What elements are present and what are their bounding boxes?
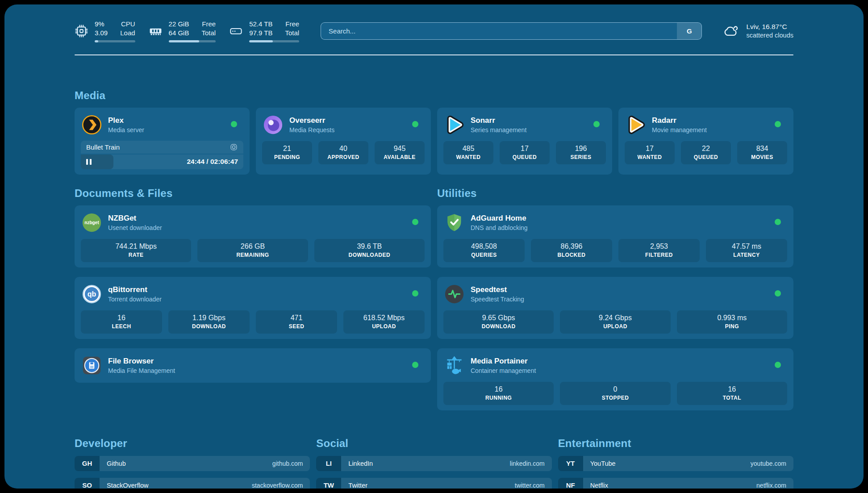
- stat-tile: 22QUEUED: [681, 141, 731, 164]
- service-title: Plex: [108, 116, 144, 125]
- cloud-icon: [722, 23, 740, 38]
- service-subtitle: Movie management: [652, 126, 707, 134]
- cpu-load-label: Load: [120, 29, 135, 38]
- status-dot: [412, 219, 418, 225]
- stat-tile: 47.57 msLATENCY: [706, 239, 787, 262]
- disk-total-value: 97.9 TB: [249, 29, 272, 38]
- bookmark-url: github.com: [272, 460, 303, 467]
- bookmark-abbr: GH: [75, 456, 100, 471]
- stat-tile: 2,953FILTERED: [618, 239, 700, 262]
- section-title-developer: Developer: [75, 437, 310, 450]
- service-card-sonarr[interactable]: Sonarr Series management 485WANTED 17QUE…: [437, 108, 612, 175]
- service-title: NZBGet: [108, 214, 162, 223]
- stat-tile: 17QUEUED: [500, 141, 550, 164]
- dashboard: 9%3.09 CPULoad 22 GiB64 GiB: [4, 4, 864, 489]
- bookmark-url: twitter.com: [515, 482, 545, 489]
- memory-total-value: 64 GiB: [169, 29, 189, 38]
- service-card-filebrowser[interactable]: File Browser Media File Management: [75, 348, 431, 383]
- service-subtitle: Media Requests: [289, 126, 334, 134]
- stat-tile: 9.65 GbpsDOWNLOAD: [443, 310, 554, 334]
- status-dot: [231, 121, 237, 127]
- service-subtitle: DNS and adblocking: [471, 224, 528, 231]
- status-dot: [775, 121, 781, 127]
- stat-tile: 471SEED: [256, 310, 337, 334]
- stat-tile: 17WANTED: [625, 141, 675, 164]
- stat-tile: 196SERIES: [556, 141, 606, 164]
- search-input[interactable]: [321, 22, 702, 40]
- service-card-portainer[interactable]: Media Portainer Container management 16R…: [437, 348, 793, 410]
- playback-time: 24:44 / 02:06:47: [187, 158, 238, 166]
- search-provider-button[interactable]: G: [677, 23, 701, 39]
- bookmark-abbr: NF: [558, 478, 583, 489]
- memory-free-label: Free: [201, 20, 216, 29]
- media-card-grid: Plex Media server Bullet Train 24:44 / 0…: [75, 108, 793, 175]
- status-dot: [593, 121, 600, 127]
- stat-tile: 744.21 MbpsRATE: [81, 239, 191, 262]
- weather-location: Lviv, 16.87°C: [746, 23, 793, 31]
- filebrowser-icon: [82, 355, 102, 376]
- stat-tile: 16TOTAL: [677, 382, 787, 405]
- section-title-entertainment: Entertainment: [558, 437, 793, 450]
- bookmark-name: Netflix: [590, 482, 608, 489]
- memory-free-value: 22 GiB: [169, 20, 189, 29]
- system-stats: 9%3.09 CPULoad 22 GiB64 GiB: [75, 20, 299, 42]
- service-subtitle: Torrent downloader: [108, 296, 162, 303]
- stat-tile: 1.19 GbpsDOWNLOAD: [168, 310, 250, 334]
- service-subtitle: Media server: [108, 126, 144, 134]
- now-playing-row: Bullet Train: [81, 141, 243, 154]
- bookmarks-area: Developer GH Githubgithub.com SO StackOv…: [75, 410, 793, 489]
- bookmark-url: stackoverflow.com: [252, 482, 303, 489]
- stat-tile: 618.52 MbpsUPLOAD: [343, 310, 425, 334]
- bookmark-group-developer: Developer GH Githubgithub.com SO StackOv…: [75, 410, 310, 489]
- service-card-speedtest[interactable]: Speedtest Speedtest Tracking 9.65 GbpsDO…: [437, 277, 793, 339]
- service-card-radarr[interactable]: Radarr Movie management 17WANTED 22QUEUE…: [618, 108, 793, 175]
- stat-tile: 485WANTED: [443, 141, 493, 164]
- bookmark-linkedin[interactable]: LI LinkedInlinkedin.com: [316, 456, 551, 471]
- cpu-stat: 9%3.09 CPULoad: [75, 20, 135, 42]
- stat-tile: 86,396BLOCKED: [531, 239, 612, 262]
- memory-progress-bar: [169, 40, 216, 42]
- disk-free-value: 52.4 TB: [249, 20, 272, 29]
- service-subtitle: Series management: [471, 126, 526, 134]
- service-title: Sonarr: [471, 116, 526, 125]
- speedtest-icon: [444, 284, 464, 304]
- memory-total-label: Total: [201, 29, 216, 38]
- stat-tile: 16LEECH: [81, 310, 162, 334]
- bookmark-youtube[interactable]: YT YouTubeyoutube.com: [558, 456, 793, 471]
- gear-icon[interactable]: [230, 143, 238, 151]
- section-title-documents: Documents & Files: [75, 187, 431, 200]
- radarr-icon: [626, 115, 646, 135]
- service-card-nzbget[interactable]: nzbget NZBGet Usenet downloader 744.21 M…: [75, 205, 431, 267]
- disk-stat: 52.4 TB97.9 TB FreeTotal: [229, 20, 299, 42]
- bookmark-twitter[interactable]: TW Twittertwitter.com: [316, 478, 551, 489]
- service-card-plex[interactable]: Plex Media server Bullet Train 24:44 / 0…: [75, 108, 250, 175]
- service-title: Media Portainer: [471, 357, 536, 366]
- service-subtitle: Media File Management: [108, 367, 175, 374]
- service-card-overseerr[interactable]: Overseerr Media Requests 21PENDING 40APP…: [256, 108, 431, 175]
- memory-stat: 22 GiB64 GiB FreeTotal: [149, 20, 216, 42]
- disk-total-label: Total: [285, 29, 299, 38]
- bookmark-url: linkedin.com: [510, 460, 545, 467]
- service-title: qBittorrent: [108, 285, 162, 294]
- disk-progress-bar: [249, 40, 299, 42]
- status-dot: [775, 219, 781, 225]
- section-title-social: Social: [316, 437, 551, 450]
- bookmark-name: Github: [107, 460, 126, 467]
- bookmark-group-social: Social LI LinkedInlinkedin.com TW Twitte…: [316, 410, 551, 489]
- service-card-adguard[interactable]: AdGuard Home DNS and adblocking 498,508Q…: [437, 205, 793, 267]
- bookmark-group-entertainment: Entertainment YT YouTubeyoutube.com NF N…: [558, 410, 793, 489]
- service-subtitle: Container management: [471, 367, 536, 374]
- bookmark-github[interactable]: GH Githubgithub.com: [75, 456, 310, 471]
- disk-free-label: Free: [285, 20, 299, 29]
- service-title: File Browser: [108, 357, 175, 366]
- section-title-media: Media: [75, 89, 793, 102]
- bookmark-stackoverflow[interactable]: SO StackOverflowstackoverflow.com: [75, 478, 310, 489]
- pause-button[interactable]: [86, 159, 92, 165]
- cpu-usage-label: CPU: [120, 20, 135, 29]
- stat-tile: 0STOPPED: [560, 382, 670, 405]
- utilities-column: Utilities AdGuard Home: [437, 175, 793, 410]
- service-card-qbittorrent[interactable]: qb qBittorrent Torrent downloader 16LEEC…: [75, 277, 431, 339]
- bookmark-url: netflix.com: [756, 482, 786, 489]
- bookmark-netflix[interactable]: NF Netflixnetflix.com: [558, 478, 793, 489]
- status-dot: [412, 362, 418, 368]
